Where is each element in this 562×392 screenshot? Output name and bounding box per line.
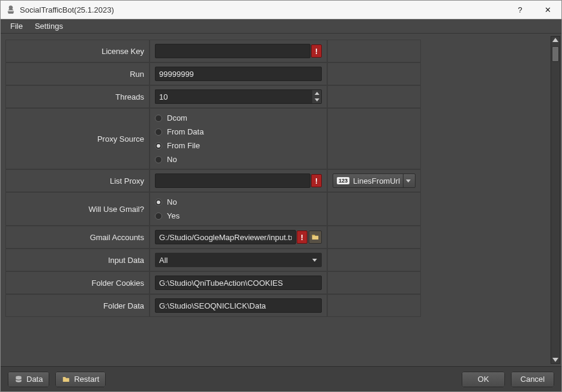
folder-cookies-input[interactable] — [155, 276, 322, 290]
button-label: Data — [26, 375, 43, 384]
folder-icon — [62, 375, 70, 384]
scroll-down-icon — [552, 358, 558, 362]
folder-data-input[interactable] — [155, 298, 322, 313]
ok-button[interactable]: OK — [462, 372, 505, 387]
gmail-accounts-input[interactable] — [155, 230, 296, 244]
radio-label: Yes — [167, 211, 180, 220]
threads-spinner[interactable] — [312, 89, 322, 104]
scroll-thumb[interactable] — [552, 46, 559, 62]
restart-button[interactable]: Restart — [55, 372, 106, 387]
gmail-radios: No Yes — [155, 198, 180, 220]
help-glyph: ? — [518, 5, 522, 14]
threads-input[interactable] — [155, 89, 312, 104]
chevron-down-icon — [309, 253, 319, 267]
warning-icon: ! — [311, 44, 322, 58]
footer: Data Restart OK Cancel — [1, 366, 561, 391]
radio-label: From File — [167, 141, 200, 150]
svg-point-0 — [16, 376, 21, 378]
list-proxy-mode-combo[interactable]: 123 LinesFromUrl — [333, 173, 415, 188]
label-license-key: License Key — [5, 40, 150, 62]
proxy-source-radios: Dcom From Data From File No — [155, 113, 204, 164]
button-label: OK — [478, 375, 489, 384]
chevron-down-icon — [403, 174, 412, 187]
label-list-proxy: List Proxy — [5, 169, 150, 192]
titlebar: SocialTrafficBot(25.1.2023) ? ✕ — [1, 1, 561, 19]
radio-label: From Data — [167, 127, 204, 136]
label-run: Run — [5, 62, 150, 85]
license-key-input[interactable] — [155, 44, 310, 58]
vertical-scrollbar[interactable] — [551, 36, 560, 364]
cancel-button[interactable]: Cancel — [511, 372, 554, 387]
radio-proxy-no[interactable]: No — [155, 155, 204, 164]
label-proxy-source: Proxy Source — [5, 108, 150, 169]
radio-proxy-from-file[interactable]: From File — [155, 141, 204, 150]
radio-proxy-dcom[interactable]: Dcom — [155, 113, 204, 122]
combo-text: All — [159, 256, 309, 265]
radio-gmail-yes[interactable]: Yes — [155, 211, 180, 220]
radio-gmail-no[interactable]: No — [155, 198, 180, 207]
app-icon — [5, 4, 16, 15]
client-area: File Settings License Key ! — [1, 19, 561, 391]
warning-icon: ! — [297, 231, 307, 244]
button-label: Restart — [74, 375, 99, 384]
scroll-up-icon — [552, 38, 558, 42]
form-area: License Key ! Run — [1, 34, 561, 366]
radio-label: No — [167, 198, 177, 207]
label-threads: Threads — [5, 85, 150, 108]
warning-icon: ! — [311, 174, 322, 187]
browse-file-button[interactable] — [309, 231, 322, 244]
close-button[interactable]: ✕ — [534, 1, 561, 19]
folder-icon — [311, 233, 319, 241]
label-folder-data: Folder Data — [5, 294, 150, 317]
spinner-down-icon — [315, 98, 319, 101]
data-button[interactable]: Data — [8, 372, 49, 387]
app-window: SocialTrafficBot(25.1.2023) ? ✕ File Set… — [0, 0, 562, 392]
list-proxy-input[interactable] — [155, 173, 310, 188]
menu-file[interactable]: File — [5, 20, 28, 32]
close-icon: ✕ — [545, 5, 551, 14]
label-folder-cookies: Folder Cookies — [5, 271, 150, 294]
radio-label: Dcom — [167, 113, 187, 122]
input-data-combo[interactable]: All — [155, 253, 322, 267]
window-title: SocialTrafficBot(25.1.2023) — [20, 5, 114, 14]
spinner-up-icon — [315, 92, 319, 95]
label-gmail-accounts: Gmail Accounts — [5, 226, 150, 249]
radio-label: No — [167, 155, 177, 164]
radio-proxy-from-data[interactable]: From Data — [155, 127, 204, 136]
button-label: Cancel — [521, 375, 545, 384]
menu-settings[interactable]: Settings — [30, 20, 68, 32]
combo-text: LinesFromUrl — [353, 176, 403, 185]
label-input-data: Input Data — [5, 249, 150, 271]
numbered-list-icon: 123 — [337, 177, 349, 184]
database-icon — [14, 375, 23, 384]
menubar: File Settings — [1, 19, 561, 34]
help-button[interactable]: ? — [506, 1, 534, 19]
label-will-use-gmail: Will Use Gmail? — [5, 192, 150, 226]
run-input[interactable] — [155, 67, 322, 81]
